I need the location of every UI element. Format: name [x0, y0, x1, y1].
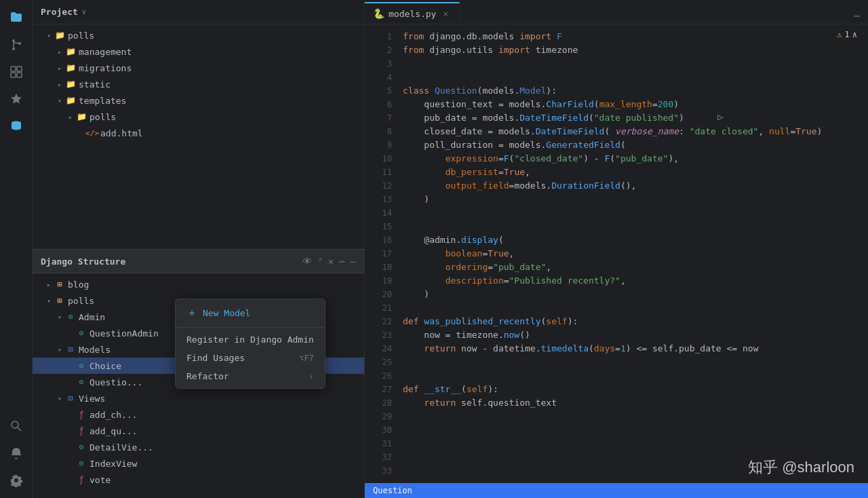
settings-icon[interactable] [4, 468, 28, 493]
add-ch-arrow [65, 409, 76, 420]
tree-item-migrations[interactable]: 📁 migrations [33, 60, 364, 76]
warning-nav-up[interactable]: ∧ [852, 30, 857, 39]
status-bar: Question [365, 483, 868, 498]
context-menu-find-usages[interactable]: Find Usages ⌥F7 [176, 349, 325, 367]
status-item: Question [373, 486, 412, 495]
blog-app-icon: ⊞ [54, 279, 65, 290]
polls-sub-folder-icon: 📁 [76, 111, 87, 122]
gutter-run-icon[interactable]: ▷ [717, 111, 723, 122]
warning-indicator: ⚠ 1 ∧ [837, 30, 857, 39]
static-folder-icon: 📁 [65, 79, 76, 90]
database-icon[interactable] [4, 114, 28, 138]
detail-view-icon: ⊙ [76, 442, 87, 453]
warning-count: 1 [845, 30, 850, 39]
add-qu-icon: ƒ [76, 425, 87, 436]
static-arrow [54, 79, 65, 90]
detail-view-label: DetailVie... [90, 442, 153, 453]
polls-sub-arrow [65, 111, 76, 122]
add-qu-arrow [65, 425, 76, 436]
refactor-arrow: › [309, 372, 314, 381]
tree-item-add-ch[interactable]: ƒ add_ch... [33, 406, 364, 423]
search-bottom-icon[interactable] [4, 414, 28, 438]
editor-area: 🐍 models.py ✕ ⋯ ⚠ 1 ∧ 12345 678910 11121… [365, 0, 868, 498]
eye-icon[interactable]: 👁 [302, 256, 312, 267]
index-view-label: IndexView [90, 459, 137, 469]
question-admin-icon: ⊙ [76, 328, 87, 339]
detail-view-arrow [65, 442, 76, 453]
tab-bar-actions: ⋯ [852, 7, 868, 24]
panel-divider-icons: 👁 ⌃ ✕ ⋯ — [302, 256, 356, 267]
blog-arrow [43, 279, 54, 290]
context-menu-new-model[interactable]: ＋ New Model [176, 302, 325, 324]
svg-rect-7 [17, 73, 22, 77]
vote-label: vote [90, 475, 111, 485]
svg-point-0 [12, 39, 15, 42]
polls-label: polls [68, 31, 94, 41]
tab-models-py[interactable]: 🐍 models.py ✕ [365, 2, 460, 24]
migrations-label: migrations [79, 63, 132, 73]
line-numbers: 12345 678910 1112131415 1617181920 21222… [365, 24, 397, 483]
add-html-label: add.html [100, 128, 143, 138]
polls-arrow [43, 30, 54, 41]
tree-item-static[interactable]: 📁 static [33, 76, 364, 92]
tab-close-button[interactable]: ✕ [440, 8, 451, 19]
templates-folder-icon: 📁 [65, 95, 76, 106]
templates-arrow [54, 95, 65, 106]
blog-label: blog [68, 280, 89, 290]
git-icon[interactable] [4, 33, 28, 57]
tree-item-templates[interactable]: 📁 templates [33, 92, 364, 109]
django-structure-divider: Django Structure 👁 ⌃ ✕ ⋯ — [33, 249, 364, 273]
context-menu-register[interactable]: Register in Django Admin [176, 330, 325, 349]
admin-icon: ⊙ [65, 311, 76, 322]
polls-app-label: polls [68, 296, 94, 306]
tree-item-polls[interactable]: 📁 polls [33, 27, 364, 43]
tree-item-blog[interactable]: ⊞ blog [33, 276, 364, 292]
add-html-icon: </> [87, 128, 98, 138]
management-folder-icon: 📁 [65, 46, 76, 57]
more-icon[interactable]: ⋯ [339, 256, 344, 267]
code-content[interactable]: from django.db.models import F from djan… [397, 24, 868, 483]
polls-folder-icon: 📁 [54, 30, 65, 41]
context-menu-sep1 [176, 327, 325, 328]
models-label: Models [79, 345, 111, 355]
tree-item-add-html[interactable]: </> add.html [33, 125, 364, 141]
context-menu-refactor[interactable]: Refactor › [176, 367, 325, 385]
folder-icon[interactable] [4, 5, 28, 30]
vote-arrow [65, 474, 76, 485]
templates-label: templates [79, 96, 126, 106]
migrations-folder-icon: 📁 [65, 62, 76, 73]
tree-item-index-view[interactable]: ⊙ IndexView [33, 455, 364, 472]
find-usages-label: Find Usages [186, 353, 294, 363]
notification-icon[interactable] [4, 441, 28, 465]
collapse-icon[interactable]: ✕ [328, 256, 334, 267]
svg-rect-4 [11, 66, 16, 71]
code-area: 12345 678910 1112131415 1617181920 21222… [365, 24, 868, 483]
tab-more-icon[interactable]: ⋯ [852, 7, 863, 24]
vote-icon: ƒ [76, 474, 87, 485]
tree-item-vote[interactable]: ƒ vote [33, 472, 364, 488]
project-title: Project [41, 7, 78, 17]
tree-item-add-qu[interactable]: ƒ add_qu... [33, 423, 364, 439]
register-label: Register in Django Admin [186, 334, 314, 345]
tab-bar: 🐍 models.py ✕ ⋯ [365, 0, 868, 24]
migrations-arrow [54, 62, 65, 73]
tree-item-polls-sub[interactable]: 📁 polls [33, 109, 364, 125]
question-label: Questio... [90, 377, 142, 387]
structure-icon[interactable] [4, 60, 28, 84]
choice-model-icon: ⊙ [76, 360, 87, 371]
tab-models-label: models.py [389, 9, 436, 19]
plugins-icon[interactable] [4, 87, 28, 111]
svg-point-9 [12, 421, 18, 428]
tree-item-detail-view[interactable]: ⊙ DetailVie... [33, 439, 364, 455]
svg-point-1 [12, 47, 15, 50]
tree-item-views[interactable]: ⊡ Views [33, 390, 364, 406]
tree-item-management[interactable]: 📁 management [33, 43, 364, 60]
expand-icon[interactable]: ⌃ [317, 256, 322, 266]
django-structure-title: Django Structure [41, 256, 297, 267]
add-ch-label: add_ch... [90, 410, 137, 420]
models-icon: ⊡ [65, 344, 76, 355]
editor-content[interactable]: ⚠ 1 ∧ 12345 678910 1112131415 1617181920… [365, 24, 868, 483]
views-label: Views [79, 394, 105, 404]
warning-icon: ⚠ [837, 30, 842, 39]
minimize-icon[interactable]: — [351, 256, 356, 267]
